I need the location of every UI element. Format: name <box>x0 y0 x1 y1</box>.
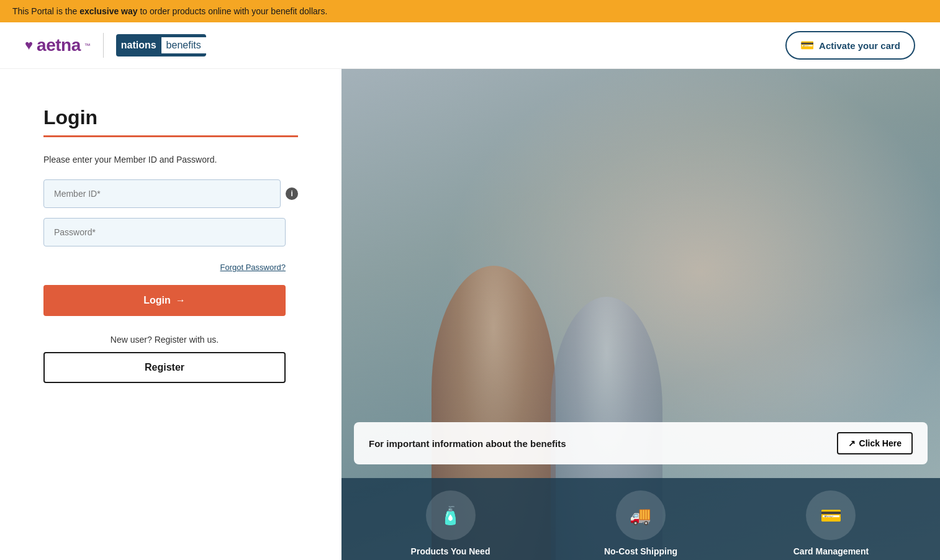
login-title: Login <box>43 106 97 129</box>
feature-products-title: Products You Need <box>411 546 490 556</box>
banner-text-before: This Portal is the <box>12 6 79 16</box>
member-id-input[interactable] <box>43 179 281 208</box>
member-id-row: i <box>43 179 298 208</box>
activate-card-label: Activate your card <box>819 40 900 51</box>
aetna-brand-name: aetna <box>37 35 81 55</box>
register-section: New user? Register with us. Register <box>43 335 286 383</box>
member-id-info-icon[interactable]: i <box>286 187 298 200</box>
login-button-label: Login <box>143 295 171 306</box>
new-user-text: New user? Register with us. <box>43 335 286 345</box>
register-button-label: Register <box>145 362 184 373</box>
login-button[interactable]: Login → <box>43 285 286 316</box>
header: ♥ aetna™ nations benefits 💳 Activate you… <box>0 22 940 69</box>
login-title-underline <box>43 135 298 137</box>
feature-card-title: Card Management <box>793 546 869 556</box>
nations-benefits-logo: nations benefits <box>116 34 206 56</box>
banner-bold-text: exclusive way <box>79 6 137 16</box>
aetna-tm: ™ <box>84 42 91 49</box>
top-banner: This Portal is the exclusive way to orde… <box>0 0 940 22</box>
feature-products: 🧴 Products You Need Shop hundreds of bra… <box>411 490 490 560</box>
feature-card-icon-circle: 💳 <box>806 490 856 540</box>
aetna-heart-icon: ♥ <box>25 37 33 53</box>
feature-card-management: 💳 Card Management Activate and manage yo… <box>792 490 871 560</box>
banner-text-after: to order products online with your benef… <box>138 6 328 16</box>
click-here-label: Click Here <box>859 438 902 448</box>
card-icon: 💳 <box>800 38 814 52</box>
password-input[interactable] <box>43 218 286 246</box>
card-management-icon: 💳 <box>820 505 842 526</box>
info-bar-text: For important information about the bene… <box>369 438 566 449</box>
shipping-icon: 🚚 <box>630 505 651 526</box>
login-title-wrapper: Login <box>43 106 298 155</box>
logo-area: ♥ aetna™ nations benefits <box>25 33 206 58</box>
forgot-password-link[interactable]: Forgot Password? <box>220 263 286 272</box>
feature-shipping-icon-circle: 🚚 <box>616 490 666 540</box>
login-panel: Login Please enter your Member ID and Pa… <box>0 69 341 560</box>
image-panel: For important information about the bene… <box>341 69 940 560</box>
logo-divider <box>103 33 104 58</box>
nations-dark-part: nations <box>116 37 161 53</box>
feature-products-icon-circle: 🧴 <box>426 490 476 540</box>
main-layout: Login Please enter your Member ID and Pa… <box>0 69 940 560</box>
features-bar: 🧴 Products You Need Shop hundreds of bra… <box>341 478 940 560</box>
login-arrow-icon: → <box>176 295 186 306</box>
aetna-logo: ♥ aetna™ <box>25 35 91 55</box>
feature-shipping-title: No-Cost Shipping <box>604 546 677 556</box>
info-bar: For important information about the bene… <box>354 422 928 464</box>
feature-shipping: 🚚 No-Cost Shipping Allow 2 days for deli… <box>604 490 678 560</box>
member-id-group: i <box>43 179 298 208</box>
products-icon: 🧴 <box>440 505 461 526</box>
password-group <box>43 218 298 246</box>
activate-card-button[interactable]: 💳 Activate your card <box>785 31 915 60</box>
nations-light-part: benefits <box>161 37 206 53</box>
login-subtitle: Please enter your Member ID and Password… <box>43 155 298 165</box>
click-here-button[interactable]: ↗ Click Here <box>837 432 913 454</box>
register-button[interactable]: Register <box>43 352 286 383</box>
external-link-icon: ↗ <box>848 438 856 448</box>
forgot-password-wrapper: Forgot Password? <box>43 261 286 273</box>
